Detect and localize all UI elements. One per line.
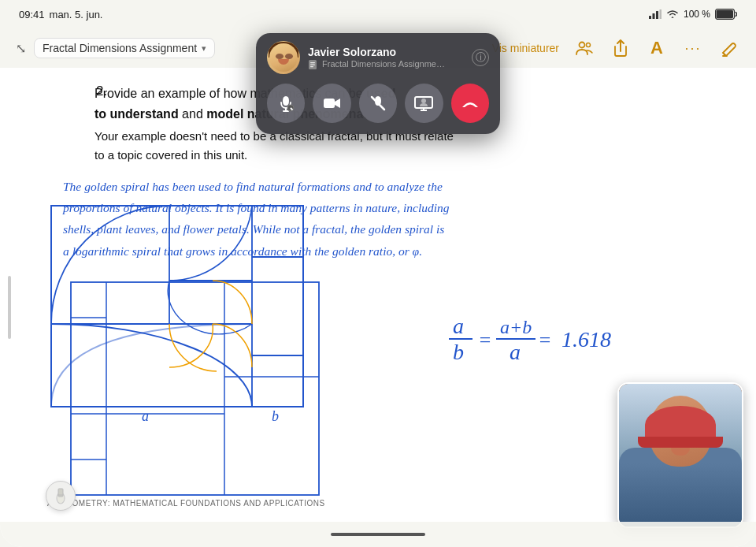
date: man. 5. jun. [50, 9, 103, 20]
camera-thumbnail [617, 382, 743, 528]
person-cap-brim [638, 437, 723, 448]
compress-icon[interactable]: ⤡ [16, 41, 26, 56]
facetime-user-info: Javier Solorzano Fractal Dimensions Assi… [308, 46, 464, 69]
svg-text:b: b [453, 340, 464, 364]
svg-rect-16 [51, 206, 303, 407]
battery-percent: 100 % [684, 9, 710, 20]
svg-text:=: = [538, 329, 552, 352]
svg-text:b: b [272, 408, 279, 424]
markup-icon[interactable]: A [646, 37, 668, 59]
facetime-header: Javier Solorzano Fractal Dimensions Assi… [267, 41, 489, 74]
svg-point-6 [580, 43, 585, 48]
facetime-doc-ref: Fractal Dimensions Assignme… [308, 59, 464, 69]
home-indicator[interactable] [331, 533, 425, 536]
facetime-video-button[interactable] [313, 84, 350, 123]
svg-rect-3 [659, 9, 662, 19]
vis-miniature-button[interactable]: Vis miniaturer [492, 42, 559, 54]
svg-point-7 [587, 43, 591, 47]
doc-title-text: Fractal Dimensions Assignment [43, 42, 197, 54]
more-icon[interactable]: ··· [682, 37, 704, 59]
facetime-user-name: Javier Solorzano [308, 46, 464, 58]
facetime-controls [267, 84, 489, 123]
facetime-info-button[interactable]: ⓘ [472, 49, 489, 66]
facetime-screen-button[interactable] [405, 84, 443, 123]
svg-text:=: = [478, 329, 492, 352]
people-icon[interactable] [573, 37, 595, 59]
svg-rect-46 [324, 99, 335, 108]
share-icon[interactable] [610, 37, 632, 59]
toolbar-left: ⤡ Fractal Dimensions Assignment ▾ [16, 38, 215, 58]
facetime-camera-feed [619, 384, 742, 527]
svg-text:a: a [510, 340, 521, 364]
svg-point-51 [421, 99, 426, 103]
golden-spiral-diagram: a a b [63, 274, 346, 506]
avatar-face [269, 43, 298, 72]
facetime-avatar [267, 41, 300, 74]
time: 09:41 [19, 9, 45, 20]
svg-text:1.618: 1.618 [561, 327, 611, 352]
facetime-overlay: Javier Solorzano Fractal Dimensions Assi… [256, 33, 500, 134]
facetime-end-button[interactable] [451, 84, 489, 123]
eraser-tool-button[interactable] [46, 481, 76, 511]
bottom-bar [0, 522, 756, 547]
chevron-down-icon: ▾ [202, 43, 206, 54]
toolbar-right: Vis miniaturer A ··· [492, 37, 740, 59]
doc-area: 2. Provide an example of how mathematics… [0, 68, 756, 547]
svg-text:a: a [142, 408, 149, 424]
signal-icon [649, 9, 662, 19]
status-left: 09:41 man. 5. jun. [19, 9, 102, 20]
svg-rect-40 [310, 65, 315, 65]
doc-title-container[interactable]: Fractal Dimensions Assignment ▾ [34, 38, 215, 58]
svg-text:a+b: a+b [500, 317, 532, 337]
diagram-area: a a b a b = a+b a = [63, 274, 709, 506]
svg-rect-0 [649, 16, 651, 19]
svg-rect-2 [656, 11, 658, 19]
edit-icon[interactable] [718, 37, 740, 59]
svg-rect-41 [310, 66, 313, 67]
facetime-audio-button[interactable] [267, 84, 305, 123]
svg-rect-39 [310, 62, 315, 63]
facetime-mute-button[interactable] [359, 84, 397, 123]
question-number: 2. [96, 84, 107, 99]
status-right: 100 % [649, 9, 737, 20]
page-footer: AL GEOMETRY: MATHEMATICAL FOUNDATIONS AN… [47, 499, 325, 508]
battery-icon [715, 9, 737, 20]
status-bar: 09:41 man. 5. jun. 100 % [0, 0, 756, 28]
formula-area: a b = a+b a = 1.618 [370, 274, 709, 377]
svg-text:a: a [453, 314, 464, 338]
svg-rect-5 [717, 10, 734, 19]
wifi-icon [666, 9, 679, 19]
svg-rect-1 [652, 13, 654, 19]
